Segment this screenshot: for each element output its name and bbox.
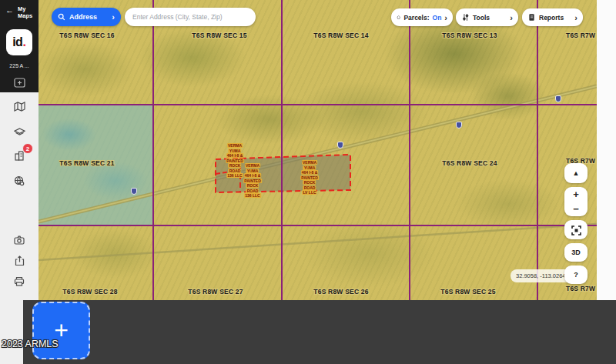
parcel-label-line: ROCK: [229, 163, 242, 168]
section-label: T6S R8W SEC 26: [313, 288, 368, 296]
section-label: T6S R8W SEC 24: [442, 159, 497, 167]
search-icon: [58, 13, 65, 21]
grid-line-horizontal: [38, 104, 597, 105]
camera-icon[interactable]: [13, 234, 25, 246]
globe-location-icon[interactable]: [13, 175, 25, 187]
zoom-control: + −: [564, 187, 588, 216]
notification-badge: 2: [22, 143, 33, 154]
parcel-label-line: 136 LLC: [244, 193, 260, 198]
parcel-label-line: YUMA: [246, 169, 259, 173]
address-search-input[interactable]: [125, 8, 256, 26]
tools-button[interactable]: Tools ›: [456, 8, 518, 26]
parcel-owner-label: VERMA YUMA 464 I-8 & PAINTED ROCK ROAD 1…: [226, 143, 244, 179]
parcel-label-line: ROAD: [246, 189, 259, 193]
map-attribution: 2023 ARMLS: [2, 339, 59, 349]
section-label: T6S R7W: [566, 285, 595, 292]
parcels-button-label: Parcels:: [403, 14, 429, 22]
parcel-label-line: ROCK: [246, 183, 259, 188]
back-to-my-maps[interactable]: ← My Maps: [5, 6, 38, 19]
cursor-coordinates-readout: 32.9058, -113.0264: [511, 269, 571, 282]
chevron-right-icon: ›: [112, 13, 115, 21]
section-label: T6S R8W SEC 21: [59, 159, 114, 167]
section-label: T6S R8W SEC 14: [313, 32, 368, 39]
section-label: T6S R8W SEC 13: [442, 32, 497, 39]
parcel-label-line: VERMA: [245, 163, 260, 168]
parcel-label-line: ROCK: [303, 180, 316, 185]
parcel-label-line: 136 LLC: [226, 173, 243, 178]
parcel-shape-icon: [397, 13, 400, 22]
chevron-right-icon: ›: [510, 14, 513, 22]
chevron-right-icon: ›: [444, 14, 447, 22]
sidebar-header: ← My Maps id. 225 A ...: [0, 0, 38, 92]
report-document-icon: [527, 13, 536, 22]
share-icon[interactable]: [13, 255, 25, 267]
app-window: T6S R8W SEC 16 T6S R8W SEC 15 T6S R8W SE…: [0, 0, 616, 364]
saved-maps-tray: +: [23, 300, 616, 364]
3d-view-button[interactable]: 3D: [564, 243, 588, 262]
interstate-8-road-stripe: [38, 86, 597, 222]
parcel-owner-label: VERMA YUMA 464 I-8 & PAINTED ROCK ROAD 1…: [243, 163, 262, 199]
interstate-shield-icon: [456, 122, 462, 129]
section-label: T6S R8W SEC 25: [440, 288, 495, 296]
print-icon[interactable]: [13, 275, 25, 287]
layers-icon[interactable]: [13, 125, 25, 138]
parcels-state: On: [433, 14, 442, 22]
tools-sliders-icon: [461, 13, 470, 22]
chevron-right-icon: ›: [574, 14, 578, 22]
parcel-label-line: PAINTED: [300, 175, 319, 180]
add-map-button[interactable]: +: [32, 302, 90, 359]
parcel-label-line: YUMA: [229, 149, 242, 153]
frontage-road: [38, 224, 597, 260]
basemap-icon[interactable]: [13, 100, 25, 112]
parcel-label-line: 464 I-8 &: [226, 153, 244, 158]
address-search: [125, 8, 256, 26]
compass-reset-button[interactable]: ▲: [564, 163, 588, 183]
interstate-shield-icon: [337, 142, 343, 149]
reports-button-label: Reports: [539, 14, 564, 22]
help-button[interactable]: ?: [564, 265, 588, 284]
parcel-owner-label: VERMA YUMA 464 I-8 & PAINTED ROCK ROAD L…: [300, 160, 319, 195]
parcels-button[interactable]: Parcels: On ›: [391, 8, 453, 26]
parcel-label-line: VERMA: [302, 160, 317, 165]
section-label: T6S R8W SEC 16: [59, 32, 114, 39]
parcel-label-line: PAINTED: [226, 159, 244, 163]
reports-button[interactable]: Reports ›: [522, 8, 583, 26]
workspace-name: 225 A ...: [0, 63, 38, 68]
address-button[interactable]: Address ›: [52, 8, 121, 26]
app-logo: id.: [6, 29, 32, 55]
interstate-shield-icon: [131, 188, 137, 195]
back-label: My Maps: [18, 6, 38, 19]
parcel-label-line: PAINTED: [243, 179, 262, 183]
address-button-label: Address: [69, 13, 97, 21]
parcel-label-line: ROAD: [229, 169, 242, 173]
parcel-label-line: ROAD: [303, 185, 316, 190]
tools-button-label: Tools: [473, 14, 490, 22]
parcel-label-line: LV LLC: [302, 190, 316, 195]
parcel-label-line: 464 I-8 &: [301, 170, 319, 175]
zoom-out-button[interactable]: −: [564, 202, 588, 216]
back-arrow-icon: ←: [5, 6, 14, 14]
section-label: T6S R7W: [566, 32, 595, 39]
zoom-in-button[interactable]: +: [564, 187, 588, 202]
locate-focus-button[interactable]: [564, 220, 588, 239]
grid-line-horizontal: [38, 225, 597, 226]
parcel-label-line: VERMA: [227, 143, 243, 148]
section-label: T6S R8W SEC 27: [188, 288, 243, 296]
add-panel-icon[interactable]: [13, 76, 25, 88]
logo-text: id: [12, 35, 22, 49]
focus-brackets-icon: [571, 225, 581, 235]
interstate-shield-icon: [555, 95, 561, 102]
parcel-label-line: 464 I-8 &: [244, 173, 262, 178]
logo-dot: .: [22, 35, 25, 49]
section-label: T6S R8W SEC 28: [62, 288, 117, 296]
parcel-label-line: YUMA: [303, 165, 316, 170]
compass-arrow-icon: ▲: [573, 169, 580, 177]
section-label: T6S R8W SEC 15: [192, 32, 246, 39]
